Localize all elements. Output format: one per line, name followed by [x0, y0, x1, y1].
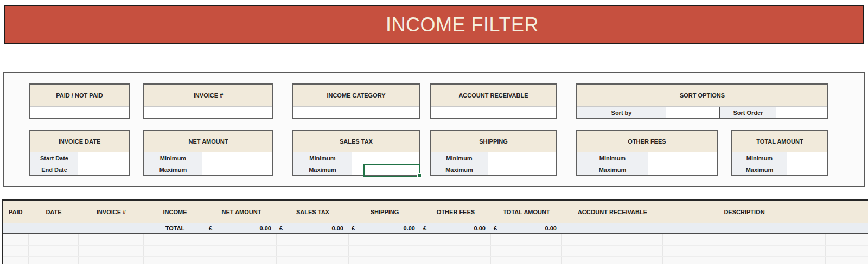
- other-fees-max-input[interactable]: [648, 164, 717, 175]
- minimum-label: Minimum: [293, 152, 352, 164]
- empty-rows: [3, 234, 868, 264]
- paid-not-paid-input[interactable]: [30, 107, 129, 118]
- total-sales-tax[interactable]: £ 0.00: [277, 223, 349, 233]
- net-amount-max-input[interactable]: [202, 164, 272, 175]
- total-shipping-value: 0.00: [404, 225, 415, 231]
- shipping-max-input[interactable]: [488, 164, 556, 175]
- end-date-input[interactable]: [78, 164, 129, 175]
- income-table: PAID DATE INVOICE # INCOME NET AMOUNT SA…: [2, 199, 868, 264]
- col-header-net-amount[interactable]: NET AMOUNT: [206, 201, 277, 223]
- end-date-label: End Date: [30, 164, 78, 175]
- table-cell[interactable]: [144, 257, 206, 264]
- total-net-amount-value: 0.00: [260, 225, 271, 231]
- table-cell[interactable]: [206, 234, 277, 245]
- title-banner: INCOME FILTER: [4, 5, 864, 44]
- table-cell[interactable]: [491, 246, 562, 256]
- col-header-description[interactable]: DESCRIPTION: [663, 201, 826, 223]
- filter-title: TOTAL AMOUNT: [732, 131, 827, 152]
- col-header-income[interactable]: INCOME: [144, 201, 206, 223]
- filter-shipping: SHIPPING Minimum Maximum: [430, 130, 557, 176]
- filter-invoice-number: INVOICE #: [143, 83, 273, 119]
- income-category-input[interactable]: [293, 107, 419, 118]
- table-row[interactable]: [3, 257, 868, 264]
- total-net-amount[interactable]: £ 0.00: [206, 223, 277, 233]
- table-cell[interactable]: [663, 246, 826, 256]
- filter-invoice-date: INVOICE DATE Start Date End Date: [29, 130, 130, 176]
- sort-order-label: Sort Order: [719, 107, 776, 118]
- table-cell[interactable]: [79, 257, 144, 264]
- table-cell[interactable]: [420, 234, 491, 245]
- table-cell[interactable]: [826, 257, 868, 264]
- table-cell[interactable]: [826, 246, 868, 256]
- table-row[interactable]: [3, 246, 868, 257]
- start-date-input[interactable]: [78, 152, 129, 164]
- total-amount-min-input[interactable]: [787, 152, 827, 164]
- minimum-label: Minimum: [431, 152, 488, 164]
- filter-sales-tax: SALES TAX Minimum Maximum: [292, 130, 420, 176]
- col-header-account-receivable[interactable]: ACCOUNT RECEIVABLE: [562, 201, 663, 223]
- col-header-sales-tax[interactable]: SALES TAX: [277, 201, 349, 223]
- table-cell[interactable]: [29, 257, 79, 264]
- table-cell[interactable]: [3, 246, 29, 256]
- col-header-date[interactable]: DATE: [29, 201, 79, 223]
- col-header-total-amount[interactable]: TOTAL AMOUNT: [491, 201, 562, 223]
- shipping-min-input[interactable]: [488, 152, 556, 164]
- table-cell[interactable]: [663, 257, 826, 264]
- minimum-label: Minimum: [732, 152, 787, 164]
- table-cell[interactable]: [349, 246, 420, 256]
- sort-by-label: Sort by: [577, 107, 666, 118]
- sort-order-input[interactable]: [776, 107, 827, 118]
- table-cell[interactable]: [826, 234, 868, 245]
- filter-income-category: INCOME CATEGORY: [292, 83, 420, 119]
- invoice-number-input[interactable]: [144, 107, 272, 118]
- table-cell[interactable]: [349, 257, 420, 264]
- sales-tax-min-input[interactable]: [352, 152, 419, 164]
- table-cell[interactable]: [562, 246, 663, 256]
- filter-account-receivable: ACCOUNT RECEIVABLE: [430, 83, 557, 119]
- table-cell[interactable]: [277, 257, 349, 264]
- total-other-fees[interactable]: £ 0.00: [420, 223, 491, 233]
- table-cell[interactable]: [663, 234, 826, 245]
- table-cell[interactable]: [29, 234, 79, 245]
- col-header-other-fees[interactable]: OTHER FEES: [420, 201, 491, 223]
- table-cell[interactable]: [206, 246, 277, 256]
- table-cell[interactable]: [349, 234, 420, 245]
- table-cell[interactable]: [277, 246, 349, 256]
- maximum-label: Maximum: [732, 164, 787, 175]
- table-cell[interactable]: [144, 234, 206, 245]
- currency-symbol: £: [423, 225, 426, 231]
- filter-title: OTHER FEES: [577, 131, 717, 152]
- table-cell[interactable]: [79, 246, 144, 256]
- table-cell[interactable]: [206, 257, 277, 264]
- table-cell[interactable]: [277, 234, 349, 245]
- total-total-amount[interactable]: £ 0.00: [491, 223, 562, 233]
- table-cell[interactable]: [29, 246, 79, 256]
- currency-symbol: £: [494, 225, 497, 231]
- table-cell[interactable]: [491, 257, 562, 264]
- other-fees-min-input[interactable]: [648, 152, 717, 164]
- table-cell[interactable]: [562, 257, 663, 264]
- table-cell[interactable]: [420, 246, 491, 256]
- table-cell[interactable]: [144, 246, 206, 256]
- table-header-row: PAID DATE INVOICE # INCOME NET AMOUNT SA…: [3, 201, 868, 223]
- net-amount-min-input[interactable]: [202, 152, 272, 164]
- table-row[interactable]: [3, 234, 868, 246]
- col-header-shipping[interactable]: SHIPPING: [349, 201, 420, 223]
- table-cell[interactable]: [79, 234, 144, 245]
- table-cell[interactable]: [3, 234, 29, 245]
- selected-cell[interactable]: [363, 164, 420, 177]
- table-cell[interactable]: [3, 257, 29, 264]
- sort-by-input[interactable]: [666, 107, 719, 118]
- col-header-paid[interactable]: PAID: [3, 201, 29, 223]
- minimum-label: Minimum: [144, 152, 202, 164]
- total-amount-max-input[interactable]: [787, 164, 827, 175]
- total-cell-invoice: [79, 223, 144, 233]
- table-cell[interactable]: [491, 234, 562, 245]
- table-cell[interactable]: [562, 234, 663, 245]
- currency-symbol: £: [279, 225, 283, 231]
- col-header-invoice[interactable]: INVOICE #: [79, 201, 144, 223]
- total-label: TOTAL: [144, 223, 206, 233]
- table-cell[interactable]: [420, 257, 491, 264]
- account-receivable-input[interactable]: [431, 107, 556, 118]
- total-shipping[interactable]: £ 0.00: [349, 223, 420, 233]
